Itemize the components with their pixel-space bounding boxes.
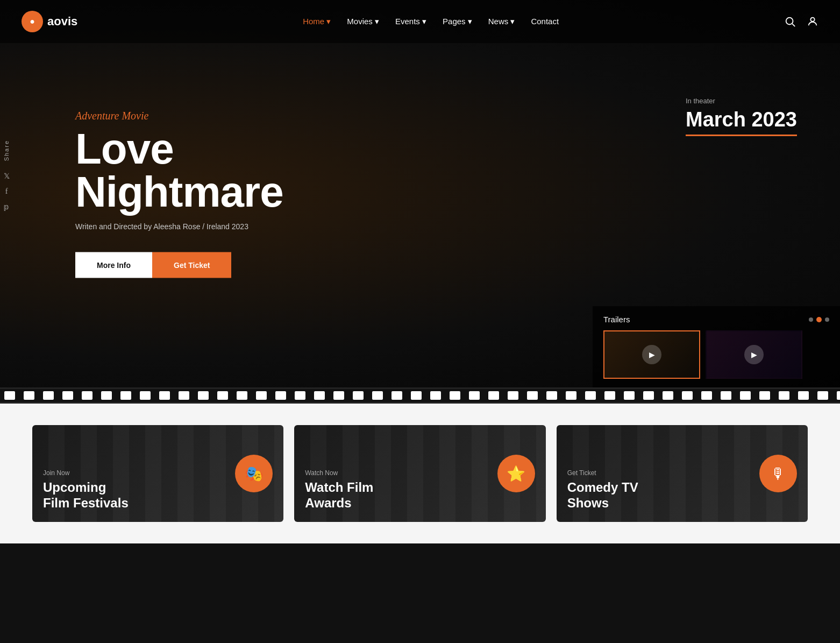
nav-links: Home ▾Movies ▾Events ▾Pages ▾News ▾Conta…	[303, 17, 559, 26]
film-hole	[24, 391, 34, 400]
film-hole	[411, 391, 422, 400]
film-hole	[62, 391, 73, 400]
film-hole	[759, 391, 770, 400]
trailer-dot-3[interactable]	[825, 317, 829, 322]
nav-actions	[784, 16, 818, 27]
film-hole	[179, 391, 189, 400]
film-hole	[333, 391, 344, 400]
nav-item-contact[interactable]: Contact	[531, 17, 559, 26]
more-info-button[interactable]: More Info	[75, 252, 152, 278]
card-1[interactable]: Join NowUpcomingFilm Festivals🎭	[32, 425, 283, 522]
film-hole	[566, 391, 576, 400]
hero-theater: In theater March 2023	[686, 97, 797, 136]
trailers-header: Trailers	[603, 315, 829, 324]
search-icon[interactable]	[784, 16, 796, 27]
trailer-thumb-1[interactable]: ▶	[603, 330, 700, 379]
share-label: Share	[3, 140, 10, 161]
film-hole	[217, 391, 228, 400]
film-hole	[256, 391, 267, 400]
nav-item-pages[interactable]: Pages ▾	[443, 17, 472, 26]
trailer-dot-1[interactable]	[809, 317, 813, 322]
film-hole	[430, 391, 441, 400]
film-hole	[198, 391, 209, 400]
film-hole	[120, 391, 131, 400]
film-hole	[391, 391, 402, 400]
film-hole	[837, 391, 840, 400]
nav-item-movies[interactable]: Movies ▾	[347, 17, 379, 26]
film-hole	[353, 391, 364, 400]
film-hole	[740, 391, 751, 400]
hero-genre: Adventure Movie	[75, 110, 283, 122]
side-share: Share 𝕏 f 𝕡	[3, 140, 10, 211]
film-hole	[4, 391, 15, 400]
play-button-1[interactable]: ▶	[642, 345, 661, 364]
film-hole	[450, 391, 460, 400]
trailer-dot-2[interactable]	[816, 317, 822, 322]
facebook-icon[interactable]: f	[5, 187, 8, 196]
film-hole	[82, 391, 92, 400]
pinterest-icon[interactable]: 𝕡	[4, 202, 9, 211]
hero-subtitle: Writen and Directed by Aleesha Rose / Ir…	[75, 222, 283, 231]
card-icon-3: 🎙	[759, 455, 797, 492]
film-hole	[546, 391, 557, 400]
film-hole	[159, 391, 170, 400]
trailers-scroll: ▶ ▶	[603, 330, 829, 379]
film-hole	[508, 391, 518, 400]
hero-title: Love Nightmare	[75, 128, 283, 214]
film-hole	[817, 391, 828, 400]
film-hole	[585, 391, 596, 400]
trailers-panel: Trailers ▶ ▶	[593, 306, 840, 387]
in-theater-label: In theater	[686, 97, 797, 105]
film-hole	[701, 391, 712, 400]
twitter-icon[interactable]: 𝕏	[4, 172, 10, 181]
nav-item-news[interactable]: News ▾	[488, 17, 515, 26]
card-2[interactable]: Watch NowWatch FilmAwards⭐	[294, 425, 545, 522]
film-hole	[682, 391, 693, 400]
trailer-thumb-2[interactable]: ▶	[706, 330, 802, 379]
user-icon[interactable]	[807, 16, 818, 27]
nav-item-events[interactable]: Events ▾	[395, 17, 426, 26]
film-hole	[237, 391, 247, 400]
film-hole	[721, 391, 731, 400]
hero-content: Adventure Movie Love Nightmare Writen an…	[75, 110, 283, 278]
navigation: ● aovis Home ▾Movies ▾Events ▾Pages ▾New…	[0, 0, 840, 43]
film-strip-holes	[0, 391, 840, 400]
film-hole	[101, 391, 112, 400]
film-hole	[798, 391, 809, 400]
film-hole	[140, 391, 151, 400]
film-hole	[372, 391, 383, 400]
hero-section: Share 𝕏 f 𝕡 Adventure Movie Love Nightma…	[0, 0, 840, 387]
film-hole	[663, 391, 673, 400]
trailers-label: Trailers	[603, 315, 630, 324]
cards-section: Join NowUpcomingFilm Festivals🎭Watch Now…	[0, 404, 840, 543]
svg-point-2	[810, 18, 814, 22]
film-hole	[643, 391, 654, 400]
logo[interactable]: ● aovis	[22, 11, 77, 32]
film-hole	[779, 391, 789, 400]
hero-title-line2: Nightmare	[75, 168, 283, 216]
in-theater-date: March 2023	[686, 108, 797, 136]
card-3[interactable]: Get TicketComedy TVShows🎙	[557, 425, 808, 522]
hero-buttons: More Info Get Ticket	[75, 252, 283, 278]
get-ticket-button[interactable]: Get Ticket	[152, 252, 231, 278]
film-hole	[275, 391, 286, 400]
svg-point-0	[786, 18, 793, 25]
hero-title-line1: Love	[75, 125, 174, 173]
card-icon-2: ⭐	[497, 455, 535, 492]
svg-line-1	[792, 24, 795, 26]
film-hole	[295, 391, 305, 400]
film-hole	[43, 391, 54, 400]
nav-item-home[interactable]: Home ▾	[303, 17, 331, 26]
film-hole	[624, 391, 635, 400]
film-hole	[488, 391, 499, 400]
film-strip	[0, 387, 840, 404]
film-hole	[314, 391, 325, 400]
film-hole	[604, 391, 615, 400]
card-icon-1: 🎭	[235, 455, 273, 492]
film-hole	[469, 391, 480, 400]
logo-icon: ●	[22, 11, 43, 32]
trailers-dots	[809, 317, 829, 322]
play-button-2[interactable]: ▶	[744, 345, 764, 364]
film-hole	[527, 391, 538, 400]
logo-text: aovis	[47, 15, 77, 29]
